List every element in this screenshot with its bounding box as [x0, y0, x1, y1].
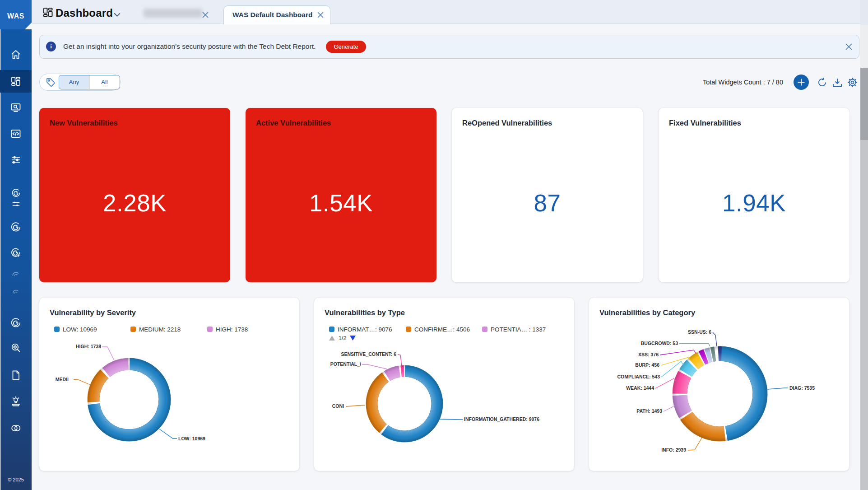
svg-text:POTENTIAL_\: POTENTIAL_\ [330, 361, 361, 367]
svg-text:XSS: 376: XSS: 376 [638, 352, 659, 357]
svg-text:COMPLIANCE: 543: COMPLIANCE: 543 [617, 374, 660, 379]
svg-text:BUGCROWD: 53: BUGCROWD: 53 [641, 341, 678, 346]
svg-text:SENSITIVE_CONTENT: 6: SENSITIVE_CONTENT: 6 [341, 351, 396, 357]
svg-text:PATH: 1493: PATH: 1493 [636, 408, 662, 414]
svg-text:MEDII: MEDII [56, 377, 69, 382]
svg-text:INFORMATION_GATHERED: 9076: INFORMATION_GATHERED: 9076 [464, 416, 539, 422]
svg-text:DIAG: 7535: DIAG: 7535 [789, 385, 815, 391]
svg-text:HIGH: 1738: HIGH: 1738 [76, 344, 101, 349]
svg-text:LOW: 10969: LOW: 10969 [178, 436, 205, 441]
svg-text:WEAK: 1444: WEAK: 1444 [626, 385, 654, 391]
svg-text:INFO: 2939: INFO: 2939 [661, 447, 686, 453]
svg-text:BURP: 456: BURP: 456 [635, 362, 659, 368]
svg-text:CONI: CONI [332, 403, 344, 409]
svg-text:SSN-US: 6: SSN-US: 6 [688, 329, 711, 335]
